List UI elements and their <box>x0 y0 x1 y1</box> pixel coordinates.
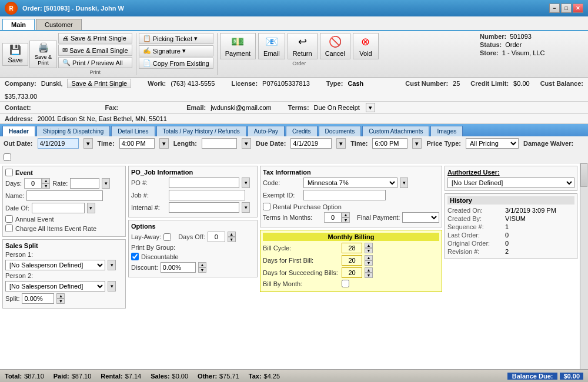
split-up-button[interactable]: ▲ <box>56 293 65 299</box>
void-button[interactable]: ⊗ Void <box>353 33 379 59</box>
length-input[interactable] <box>202 138 237 149</box>
cancel-button[interactable]: 🚫 Cancel <box>320 33 350 59</box>
terms-up[interactable]: ▲ <box>342 212 350 217</box>
layaway-checkbox[interactable] <box>163 233 171 241</box>
due-time-dropdown[interactable]: ▾ <box>412 138 422 149</box>
rate-dropdown[interactable]: ▾ <box>102 178 110 189</box>
created-by-value: VISUM <box>505 215 526 222</box>
internal-dropdown[interactable]: ▾ <box>242 202 250 213</box>
bill-cycle-down[interactable]: ▼ <box>365 248 373 253</box>
due-date-dropdown[interactable]: ▾ <box>336 138 346 149</box>
days-first-bill-input[interactable] <box>342 255 362 266</box>
name-input[interactable] <box>26 190 103 201</box>
save-button[interactable]: 💾 Save <box>2 43 28 66</box>
maximize-button[interactable]: □ <box>561 4 572 13</box>
exempt-input[interactable] <box>303 190 386 200</box>
tax-code-select[interactable]: Minnesota 7% <box>303 177 397 188</box>
last-order-value: 0 <box>505 232 509 239</box>
return-button[interactable]: ↩ Return <box>288 33 318 59</box>
picking-ticket-button[interactable]: 📋 Picking Ticket ▾ <box>139 33 213 44</box>
internal-input[interactable] <box>169 202 239 213</box>
terms-dropdown-button[interactable]: ▾ <box>366 103 375 112</box>
days-down-button[interactable]: ▼ <box>42 183 50 189</box>
vertical-scrollbar[interactable] <box>580 163 588 369</box>
print-preview-all-button[interactable]: 🔍 Print / Preview All <box>58 57 132 68</box>
days-succeeding-up[interactable]: ▲ <box>365 267 373 273</box>
out-date-input[interactable] <box>38 138 79 149</box>
due-time-input[interactable] <box>372 138 407 149</box>
person1-select[interactable]: [No Salesperson Defined] <box>5 260 105 270</box>
sub-tab-header[interactable]: Header <box>2 126 35 136</box>
minimize-button[interactable]: − <box>549 4 560 13</box>
time-input[interactable] <box>119 138 155 149</box>
save-print-button[interactable]: 🖨️ Save & Print <box>29 41 57 68</box>
work-label: Work: <box>148 80 166 87</box>
payment-button[interactable]: 💵 Payment <box>220 33 256 59</box>
discountable-checkbox[interactable] <box>131 253 139 260</box>
days-first-up[interactable]: ▲ <box>365 255 373 260</box>
copy-from-existing-button[interactable]: 📄 Copy From Existing <box>139 58 213 69</box>
out-date-dropdown[interactable]: ▾ <box>83 138 93 149</box>
due-date-input[interactable] <box>290 138 332 149</box>
terms-months-input[interactable] <box>324 212 342 223</box>
sub-tab-autopay[interactable]: Auto-Pay <box>248 126 285 136</box>
days-off-down[interactable]: ▼ <box>228 237 236 242</box>
save-print-single-inline-button[interactable]: Save & Print Single <box>67 79 131 88</box>
person1-dropdown[interactable]: ▾ <box>108 260 116 270</box>
tab-customer[interactable]: Customer <box>36 19 82 30</box>
days-input[interactable] <box>24 178 42 189</box>
days-off-input[interactable] <box>208 232 225 242</box>
job-input[interactable] <box>169 190 245 200</box>
bill-cycle-up[interactable]: ▲ <box>365 243 373 248</box>
split-down-button[interactable]: ▼ <box>56 299 65 304</box>
save-email-single-button[interactable]: ✉ Save & Email Single <box>58 45 132 56</box>
time-dropdown[interactable]: ▾ <box>159 138 169 149</box>
save-print-single-button[interactable]: 🖨 Save & Print Single <box>58 33 132 43</box>
sub-tab-custom-attachments[interactable]: Custom Attachments <box>362 126 429 136</box>
created-on-value: 3/1/2019 3:09 PM <box>505 207 556 214</box>
signature-button[interactable]: ✍ Signature ▾ <box>139 45 213 56</box>
rate-input[interactable] <box>70 178 99 189</box>
discount-down[interactable]: ▼ <box>198 267 206 273</box>
bill-by-month-checkbox[interactable] <box>342 280 349 287</box>
days-up-button[interactable]: ▲ <box>42 178 50 183</box>
discount-input[interactable] <box>161 262 196 273</box>
charge-items-checkbox[interactable] <box>5 224 13 232</box>
bill-cycle-input[interactable] <box>342 243 362 253</box>
tax-dropdown[interactable]: ▾ <box>400 177 408 188</box>
length-dropdown[interactable]: ▾ <box>242 138 251 149</box>
days-succeeding-down[interactable]: ▼ <box>365 273 373 278</box>
terms-down[interactable]: ▼ <box>342 217 350 223</box>
person2-dropdown[interactable]: ▾ <box>108 281 116 291</box>
discount-up[interactable]: ▲ <box>198 262 206 267</box>
days-first-down[interactable]: ▼ <box>365 260 373 266</box>
sub-tab-documents[interactable]: Documents <box>319 126 362 136</box>
damage-waiver-checkbox[interactable] <box>4 153 11 161</box>
price-type-select[interactable]: All Pricing <box>466 138 519 149</box>
window-title: Order: [501093] - Dunski, John W <box>22 5 124 12</box>
days-off-up[interactable]: ▲ <box>228 232 236 237</box>
split-input[interactable] <box>22 293 54 304</box>
person2-select[interactable]: [No Salesperson Defined] <box>5 281 105 291</box>
sub-tab-detail-lines[interactable]: Detail Lines <box>111 126 155 136</box>
final-payment-select[interactable] <box>402 212 439 223</box>
email-contact-value: jwdunski@gmail.com <box>211 104 271 111</box>
sub-tab-shipping[interactable]: Shipping & Dispatching <box>36 126 110 136</box>
rental-purchase-checkbox[interactable] <box>263 203 270 210</box>
event-checkbox[interactable] <box>5 169 13 176</box>
sub-tab-totals[interactable]: Totals / Pay History / Refunds <box>156 126 246 136</box>
date-of-dropdown[interactable]: ▾ <box>87 203 95 213</box>
annual-event-checkbox[interactable] <box>5 215 13 223</box>
po-dropdown[interactable]: ▾ <box>242 177 250 188</box>
close-button[interactable]: ✕ <box>573 4 583 13</box>
authorized-user-select[interactable]: [No User Defined] <box>447 177 574 188</box>
days-succeeding-input[interactable] <box>342 267 362 278</box>
po-input[interactable] <box>169 177 239 188</box>
scrollbar-thumb[interactable] <box>580 163 587 187</box>
sub-tab-images[interactable]: Images <box>430 126 463 136</box>
other-value: $75.71 <box>219 373 239 380</box>
date-of-input[interactable] <box>32 203 85 213</box>
sub-tab-credits[interactable]: Credits <box>286 126 318 136</box>
tab-main[interactable]: Main <box>2 19 35 30</box>
email-button[interactable]: 📧 Email <box>258 33 285 59</box>
